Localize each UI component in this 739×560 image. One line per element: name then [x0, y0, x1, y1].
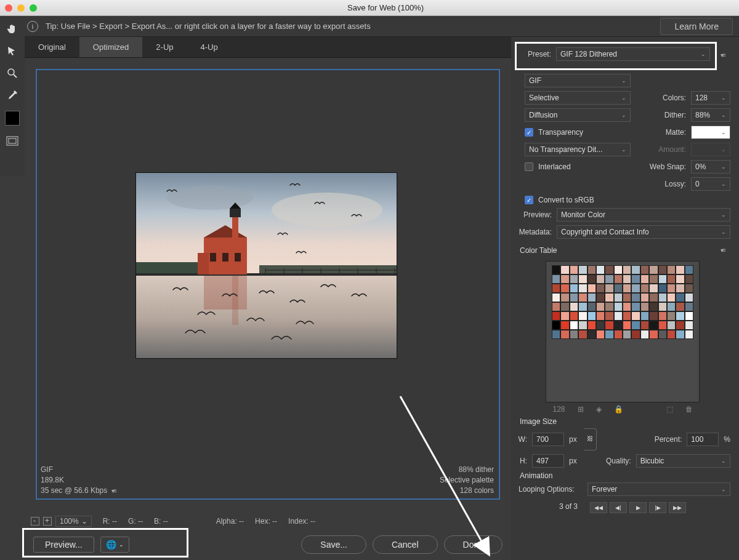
color-swatch[interactable] — [578, 293, 587, 302]
color-swatch[interactable] — [631, 265, 640, 274]
color-swatch[interactable] — [588, 302, 596, 311]
color-swatch[interactable] — [570, 302, 578, 311]
color-table[interactable] — [546, 261, 700, 402]
color-swatch[interactable] — [560, 265, 569, 274]
color-swatch[interactable] — [552, 274, 560, 284]
color-swatch[interactable] — [623, 274, 631, 284]
bandwidth-menu-icon[interactable] — [111, 486, 121, 496]
color-swatch[interactable] — [640, 311, 649, 321]
percent-input[interactable] — [687, 433, 719, 446]
color-swatch[interactable] — [631, 330, 640, 339]
optimize-menu-icon[interactable] — [721, 50, 730, 59]
color-swatch[interactable] — [614, 302, 623, 311]
ct-lock-icon[interactable]: 🔒 — [614, 405, 623, 414]
color-swatch[interactable] — [658, 302, 667, 311]
srgb-checkbox[interactable]: ✓ — [525, 196, 533, 204]
color-swatch[interactable] — [596, 330, 605, 339]
color-swatch[interactable] — [570, 293, 578, 302]
tab-4up[interactable]: 4-Up — [187, 37, 232, 57]
color-swatch[interactable] — [552, 311, 560, 321]
color-swatch[interactable] — [623, 265, 631, 274]
loop-select[interactable]: Forever⌄ — [588, 482, 730, 496]
color-swatch[interactable] — [605, 293, 613, 302]
color-swatch[interactable] — [605, 284, 613, 293]
width-input[interactable] — [532, 433, 564, 446]
color-swatch[interactable] — [640, 321, 649, 330]
color-swatch[interactable] — [596, 274, 605, 284]
color-swatch[interactable] — [588, 330, 596, 339]
color-swatch[interactable] — [578, 302, 587, 311]
save-button[interactable]: Save... — [301, 535, 366, 554]
color-swatch[interactable] — [649, 302, 658, 311]
color-swatch[interactable] — [552, 321, 560, 330]
minimize-window-button[interactable] — [17, 4, 25, 12]
color-swatch[interactable] — [667, 284, 676, 293]
color-swatch[interactable] — [631, 284, 640, 293]
color-swatch[interactable] — [596, 311, 605, 321]
color-swatch[interactable] — [631, 274, 640, 284]
cancel-button[interactable]: Cancel — [373, 535, 438, 554]
colors-select[interactable]: 128⌄ — [691, 91, 730, 105]
color-swatch[interactable] — [570, 274, 578, 284]
color-swatch[interactable] — [596, 284, 605, 293]
color-swatch[interactable] — [685, 321, 693, 330]
tab-optimized[interactable]: Optimized — [79, 37, 143, 57]
color-swatch[interactable] — [667, 321, 676, 330]
color-swatch[interactable] — [640, 265, 649, 274]
color-swatch[interactable] — [578, 321, 587, 330]
anim-next-button[interactable]: |▶ — [649, 502, 666, 513]
browser-preview-select[interactable]: 🌐⌄ — [100, 537, 129, 553]
zoom-select[interactable]: 100%⌄ — [55, 516, 92, 527]
color-swatch[interactable] — [685, 330, 693, 339]
color-swatch[interactable] — [570, 284, 578, 293]
link-dimensions-icon[interactable]: ⛓ — [584, 428, 597, 450]
color-swatch[interactable] — [578, 265, 587, 274]
color-swatch[interactable] — [685, 293, 693, 302]
done-button[interactable]: Done — [444, 535, 503, 554]
color-swatch[interactable] — [640, 274, 649, 284]
preview-canvas[interactable]: GIF 189.8K 35 sec @ 56.6 Kbps 88% dither… — [36, 69, 500, 500]
color-swatch[interactable] — [667, 265, 676, 274]
tab-original[interactable]: Original — [25, 37, 79, 57]
color-swatch[interactable] — [588, 265, 596, 274]
color-swatch[interactable] — [614, 321, 623, 330]
color-swatch[interactable] — [605, 274, 613, 284]
color-swatch[interactable] — [560, 311, 569, 321]
color-swatch[interactable] — [570, 311, 578, 321]
color-swatch[interactable] — [560, 293, 569, 302]
anim-last-button[interactable]: ▶▶ — [669, 502, 686, 513]
color-swatch[interactable] — [588, 293, 596, 302]
color-swatch[interactable] — [667, 302, 676, 311]
color-swatch[interactable] — [614, 284, 623, 293]
color-swatch[interactable] — [588, 321, 596, 330]
anim-first-button[interactable]: ◀◀ — [590, 502, 607, 513]
preview-button[interactable]: Preview... — [33, 537, 94, 553]
color-swatch[interactable] — [631, 321, 640, 330]
ct-map-icon[interactable]: ⬚ — [666, 405, 673, 414]
color-swatch[interactable] — [605, 265, 613, 274]
tab-2up[interactable]: 2-Up — [142, 37, 187, 57]
color-swatch[interactable] — [578, 274, 587, 284]
color-swatch[interactable] — [676, 293, 684, 302]
color-swatch[interactable] — [649, 274, 658, 284]
color-swatch[interactable] — [578, 311, 587, 321]
ct-sort-icon[interactable]: ⊞ — [578, 405, 584, 414]
foreground-color-swatch[interactable] — [5, 111, 20, 126]
color-swatch[interactable] — [560, 302, 569, 311]
color-swatch[interactable] — [596, 321, 605, 330]
color-swatch[interactable] — [605, 330, 613, 339]
color-swatch[interactable] — [640, 330, 649, 339]
zoom-tool-icon[interactable] — [6, 66, 19, 80]
color-swatch[interactable] — [614, 265, 623, 274]
color-swatch[interactable] — [649, 330, 658, 339]
color-swatch[interactable] — [667, 293, 676, 302]
color-swatch[interactable] — [649, 284, 658, 293]
color-swatch[interactable] — [560, 321, 569, 330]
lossy-select[interactable]: 0⌄ — [691, 177, 730, 191]
color-swatch[interactable] — [623, 293, 631, 302]
transparency-dither-select[interactable]: No Transparency Dit...⌄ — [525, 143, 631, 156]
color-swatch[interactable] — [676, 311, 684, 321]
color-swatch[interactable] — [588, 274, 596, 284]
color-swatch[interactable] — [667, 274, 676, 284]
color-swatch[interactable] — [676, 302, 684, 311]
